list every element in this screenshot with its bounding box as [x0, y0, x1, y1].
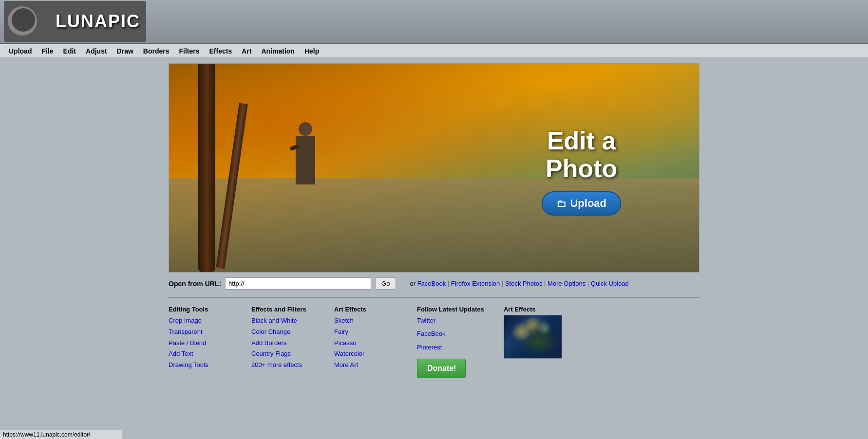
nav-adjust[interactable]: Adjust	[81, 45, 112, 57]
stock-photos-link[interactable]: Stock Photos	[505, 280, 543, 287]
folder-icon: 🗀	[556, 198, 566, 209]
add-borders-link[interactable]: Add Borders	[251, 338, 315, 348]
drawing-tools-link[interactable]: Drawing Tools	[169, 360, 232, 370]
nav-art[interactable]: Art	[237, 45, 256, 57]
nav-help[interactable]: Help	[300, 45, 324, 57]
add-text-link[interactable]: Add Text	[169, 349, 232, 359]
effects-filters-column: Effects and Filters Black and White Colo…	[251, 306, 315, 370]
logo-icon	[6, 4, 50, 39]
social-section: Follow Latest Updates Twitter FaceBook P…	[417, 306, 484, 378]
follow-title: Follow Latest Updates	[417, 306, 484, 313]
color-change-link[interactable]: Color Change	[251, 327, 315, 337]
effects-filters-title: Effects and Filters	[251, 306, 315, 313]
hero-title: Edit a Photo	[542, 127, 621, 183]
nav-menu: Upload File Edit Adjust Draw Borders Fil…	[0, 44, 868, 58]
tree-left	[198, 64, 215, 272]
bottom-section: Editing Tools Crop Image Transparent Pas…	[169, 301, 699, 388]
logo-text: LUNAPIC	[56, 11, 140, 32]
more-effects-link[interactable]: 200+ more effects	[251, 360, 315, 370]
or-links: or FaceBook | Firefox Extension | Stock …	[410, 280, 628, 287]
watercolor-link[interactable]: Watercolor	[334, 349, 397, 359]
donate-button[interactable]: Donate!	[417, 359, 466, 378]
black-white-link[interactable]: Black and White	[251, 316, 315, 326]
twitter-link[interactable]: Twitter	[417, 315, 484, 326]
starry-night-preview	[504, 315, 562, 359]
nav-filters[interactable]: Filters	[174, 45, 205, 57]
header: LUNAPIC	[0, 0, 868, 44]
url-bar: Open from URL: Go or FaceBook | Firefox …	[169, 273, 699, 294]
nav-file[interactable]: File	[37, 45, 58, 57]
picasso-link[interactable]: Picasso	[334, 338, 397, 348]
go-button[interactable]: Go	[375, 277, 396, 290]
country-flags-link[interactable]: Country Flags	[251, 349, 315, 359]
sep4: |	[587, 280, 591, 287]
transparent-link[interactable]: Transparent	[169, 327, 232, 337]
art-effects-column: Art Effects Sketch Fairy Picasso Waterco…	[334, 306, 397, 370]
editing-tools-title: Editing Tools	[169, 306, 232, 313]
url-label: Open from URL:	[169, 280, 221, 288]
crop-image-link[interactable]: Crop Image	[169, 316, 232, 326]
editing-tools-column: Editing Tools Crop Image Transparent Pas…	[169, 306, 232, 370]
nav-upload[interactable]: Upload	[4, 45, 37, 57]
hero-image: Edit a Photo 🗀 Upload	[169, 63, 699, 273]
swirl-decoration	[507, 315, 550, 343]
nav-animation[interactable]: Animation	[256, 45, 299, 57]
art-effects-thumbnail[interactable]	[504, 315, 562, 359]
url-input[interactable]	[225, 277, 371, 290]
art-effects-title: Art Effects	[334, 306, 397, 313]
hero-upload-button[interactable]: 🗀 Upload	[542, 191, 621, 216]
nav-edit[interactable]: Edit	[58, 45, 81, 57]
sep1: |	[448, 280, 451, 287]
facebook-social-link[interactable]: FaceBook	[417, 328, 484, 339]
fairy-link[interactable]: Fairy	[334, 327, 397, 337]
main-content: Edit a Photo 🗀 Upload Open from URL: Go …	[0, 58, 868, 393]
logo-container[interactable]: LUNAPIC	[4, 1, 146, 42]
nav-borders[interactable]: Borders	[138, 45, 174, 57]
person-silhouette	[296, 136, 315, 184]
nav-effects[interactable]: Effects	[205, 45, 237, 57]
divider	[169, 297, 699, 298]
sketch-link[interactable]: Sketch	[334, 316, 397, 326]
art-effects-preview: Art Effects	[504, 306, 562, 359]
paste-blend-link[interactable]: Paste / Blend	[169, 338, 232, 348]
firefox-extension-link[interactable]: Firefox Extension	[451, 280, 500, 287]
more-art-link[interactable]: More Art	[334, 360, 397, 370]
hero-overlay-text: Edit a Photo 🗀 Upload	[542, 127, 621, 216]
pinterest-link[interactable]: Pinterest	[417, 342, 484, 353]
art-preview-title: Art Effects	[504, 306, 536, 313]
sep2: |	[502, 280, 505, 287]
more-options-link[interactable]: More Options	[547, 280, 585, 287]
moon-icon	[8, 6, 37, 36]
facebook-link[interactable]: FaceBook	[417, 280, 446, 287]
quick-upload-link[interactable]: Quick Upload	[591, 280, 629, 287]
nav-draw[interactable]: Draw	[112, 45, 138, 57]
